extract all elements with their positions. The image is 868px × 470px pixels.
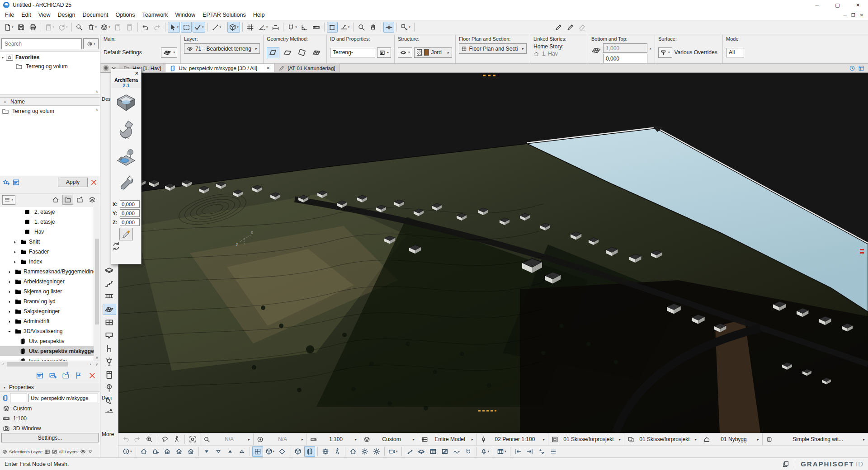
collapse-caret-icon[interactable]: ▾ bbox=[4, 385, 5, 390]
bar-right-icon[interactable] bbox=[524, 446, 535, 457]
fill-type-button[interactable]: ▾ bbox=[398, 47, 412, 58]
globe-icon[interactable] bbox=[320, 446, 331, 457]
tree-vertical-scrollbar[interactable]: ∨ bbox=[94, 207, 100, 361]
find-select-icon[interactable] bbox=[74, 22, 85, 33]
layers-icon[interactable]: ▾ bbox=[99, 22, 112, 33]
maximize-icon[interactable]: ▢ bbox=[827, 0, 848, 10]
palette-close-icon[interactable]: ✕ bbox=[135, 70, 139, 76]
settings-button[interactable]: Settings... bbox=[1, 433, 99, 442]
collapse-caret-icon[interactable]: ▾ bbox=[2, 56, 4, 60]
diamond-icon[interactable] bbox=[277, 446, 288, 457]
menu-item-design[interactable]: Design bbox=[54, 10, 79, 19]
slab-solid-icon[interactable] bbox=[416, 446, 427, 457]
arrow-cursor-icon[interactable]: ▾ bbox=[168, 22, 180, 33]
geo-rect-icon[interactable] bbox=[281, 47, 294, 58]
sun-icon[interactable] bbox=[359, 446, 370, 457]
camera-icon[interactable]: ▾ bbox=[387, 446, 399, 457]
publisher-button[interactable] bbox=[87, 195, 98, 205]
brightness-icon[interactable] bbox=[371, 446, 382, 457]
tab-close-icon[interactable]: ✕ bbox=[266, 66, 270, 70]
clock-icon[interactable] bbox=[849, 65, 855, 71]
search-settings-button[interactable]: ▸ bbox=[83, 38, 99, 49]
toolbox-more-label[interactable]: More bbox=[102, 431, 117, 437]
level-dimension-tool[interactable] bbox=[103, 404, 116, 416]
tree-item-3d-visualisering[interactable]: 3D/Visualisering bbox=[0, 326, 94, 336]
surface-paint-button[interactable]: ▾ bbox=[658, 47, 672, 58]
eraser-icon[interactable] bbox=[577, 22, 588, 33]
slab-grid-tool[interactable] bbox=[103, 317, 116, 328]
coordinate-icon[interactable] bbox=[383, 22, 394, 33]
tri-up-f-icon[interactable] bbox=[225, 446, 236, 457]
layer-dropdown-icon[interactable] bbox=[87, 449, 93, 455]
tree-item-fasader[interactable]: Fasader bbox=[0, 247, 94, 257]
copy-icon[interactable] bbox=[113, 22, 123, 33]
save-view-icon[interactable] bbox=[75, 371, 83, 380]
magnifier-icon[interactable] bbox=[356, 22, 367, 33]
house-grid-icon[interactable] bbox=[162, 446, 173, 457]
paste-icon[interactable] bbox=[124, 22, 135, 33]
marquee-icon[interactable] bbox=[181, 22, 192, 33]
zoom-in-icon[interactable] bbox=[144, 434, 155, 445]
tree-item-skjema-og-lister[interactable]: Skjema og lister bbox=[0, 287, 94, 296]
clipboard-icon[interactable]: ▾ bbox=[43, 22, 56, 33]
house-plus-icon[interactable] bbox=[150, 446, 161, 457]
tree-item-index[interactable]: Index bbox=[0, 257, 94, 267]
ruler-icon[interactable] bbox=[311, 22, 322, 33]
house-small-icon[interactable] bbox=[348, 446, 359, 457]
stair-solid-icon[interactable] bbox=[404, 446, 415, 457]
favorite-settings-icon[interactable] bbox=[12, 179, 20, 186]
tab-utv-perspektiv-m-skygge[interactable]: Utv. perspektiv m/skygge [3D / All] ✕ bbox=[165, 64, 274, 72]
menu-item-file[interactable]: File bbox=[1, 10, 18, 19]
pen-icon[interactable] bbox=[553, 22, 564, 33]
angle-icon[interactable] bbox=[299, 22, 310, 33]
tree-item-innv-perspektiv[interactable]: Innv. perspektiv bbox=[0, 356, 94, 361]
view-name-input[interactable]: Utv. perspektiv m/skygge bbox=[28, 394, 98, 402]
tree-item-arbeidstegninger[interactable]: Arbeidstegninger bbox=[0, 277, 94, 287]
toolbox-document-group-label[interactable]: Docume bbox=[102, 395, 112, 400]
tree-item-admin-drift[interactable]: Admin/drift bbox=[0, 316, 94, 326]
dimension-icon[interactable] bbox=[270, 22, 281, 33]
layer-combo[interactable]: 71-- Bearbeidet terreng ▸ bbox=[184, 43, 260, 54]
bottom-offset-input[interactable]: 0,000 bbox=[603, 54, 647, 63]
doc-minimize-icon[interactable]: ─ bbox=[844, 13, 847, 18]
view-settings-icon[interactable] bbox=[36, 371, 44, 380]
scroll-right-icon[interactable]: › bbox=[87, 362, 94, 367]
magnet-u-icon[interactable] bbox=[463, 446, 474, 457]
quickoption-02-penner-1-100[interactable]: 02 Penner 1:100▸ bbox=[476, 433, 548, 445]
quickoption-01-skisse-forprosjekt[interactable]: 01 Skisse/forprosjekt▸ bbox=[624, 433, 700, 445]
geo-rot-icon[interactable] bbox=[296, 47, 308, 58]
cabinet-tool[interactable] bbox=[103, 369, 116, 381]
excavation-icon[interactable] bbox=[114, 118, 138, 142]
house-gear-icon[interactable] bbox=[185, 446, 196, 457]
project-map-button[interactable] bbox=[50, 195, 61, 205]
list-item-terreng-og-volum[interactable]: Terreng og volum bbox=[0, 106, 100, 116]
quickoption-01-skisse-forprosjekt[interactable]: 01 Skisse/forprosjekt▸ bbox=[548, 433, 624, 445]
toolbox-design-group-label[interactable]: Des bbox=[102, 96, 112, 102]
quickoption-entire-model[interactable]: Entire Model▸ bbox=[418, 433, 476, 445]
menu-item-edit[interactable]: Edit bbox=[18, 10, 35, 19]
viewport-3d-scene[interactable]: x y bbox=[118, 73, 868, 433]
tab-list-icon[interactable] bbox=[858, 65, 864, 71]
floorplan-display-combo[interactable]: Floor Plan and Section...▸ bbox=[459, 43, 527, 54]
layout-book-button[interactable] bbox=[75, 195, 85, 205]
fit-zoom-icon[interactable] bbox=[187, 434, 198, 445]
zone-tool[interactable] bbox=[103, 330, 116, 341]
walk-person-icon[interactable] bbox=[171, 434, 182, 445]
cube-icon[interactable] bbox=[292, 446, 303, 457]
eye-icon[interactable] bbox=[80, 449, 86, 455]
bar-left-icon[interactable] bbox=[513, 446, 524, 457]
snap-grid-icon[interactable] bbox=[327, 22, 338, 33]
tree-item-hav[interactable]: Hav bbox=[0, 227, 94, 237]
quickoption-custom[interactable]: Custom▸ bbox=[360, 433, 418, 445]
grid-snap-icon[interactable] bbox=[245, 22, 256, 33]
settings-wrench-icon[interactable] bbox=[114, 172, 138, 197]
bottom-top-expand-icon[interactable]: ▸ bbox=[650, 47, 651, 51]
snap-guide-icon[interactable]: ▾ bbox=[339, 22, 351, 33]
pick-coordinate-button[interactable] bbox=[119, 228, 133, 240]
tree-item-utv-perspektiv-m-skygge[interactable]: Utv. perspektiv m/skygge bbox=[0, 346, 94, 356]
menu-item-help[interactable]: Help bbox=[250, 10, 269, 19]
scroll-corner[interactable]: ∨ bbox=[94, 361, 100, 367]
view-id-input[interactable] bbox=[10, 394, 27, 402]
tree-item-utv-perspektiv[interactable]: Utv. perspektiv bbox=[0, 336, 94, 346]
quickoption-1-100[interactable]: 1:100▸ bbox=[307, 433, 360, 445]
